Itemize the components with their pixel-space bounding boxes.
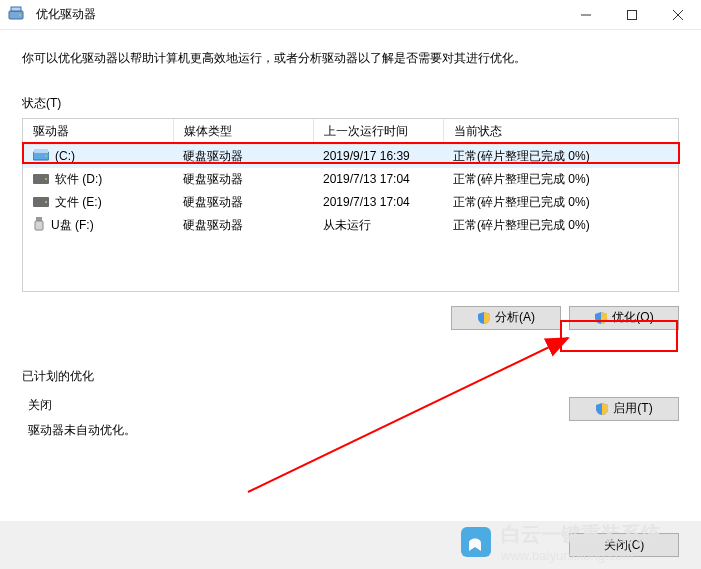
analyze-label: 分析(A) [495, 309, 535, 326]
cell-media: 硬盘驱动器 [173, 191, 313, 214]
schedule-desc: 驱动器未自动优化。 [22, 422, 136, 439]
svg-point-2 [19, 14, 21, 16]
cell-drive: (C:) [23, 144, 173, 168]
drive-icon [33, 196, 49, 210]
description-text: 你可以优化驱动器以帮助计算机更高效地运行，或者分析驱动器以了解是否需要对其进行优… [0, 30, 701, 77]
svg-rect-4 [628, 10, 637, 19]
col-lastrun[interactable]: 上一次运行时间 [313, 119, 443, 145]
col-status[interactable]: 当前状态 [443, 119, 678, 145]
shield-icon [594, 311, 608, 325]
svg-point-11 [45, 178, 47, 180]
svg-rect-8 [34, 149, 48, 153]
status-section-label: 状态(T) [0, 77, 701, 118]
table-row[interactable]: U盘 (F:)硬盘驱动器从未运行正常(碎片整理已完成 0%) [23, 214, 678, 237]
drive-list-panel: 驱动器 媒体类型 上一次运行时间 当前状态 (C:)硬盘驱动器2019/9/17… [22, 118, 679, 292]
minimize-button[interactable] [563, 0, 609, 30]
table-row[interactable]: 文件 (E:)硬盘驱动器2019/7/13 17:04正常(碎片整理已完成 0%… [23, 191, 678, 214]
cell-status: 正常(碎片整理已完成 0%) [443, 168, 678, 191]
app-icon [8, 5, 24, 24]
maximize-button[interactable] [609, 0, 655, 30]
bottom-bar: 关闭(C) [0, 521, 701, 569]
drive-table: 驱动器 媒体类型 上一次运行时间 当前状态 (C:)硬盘驱动器2019/9/17… [23, 119, 678, 237]
svg-rect-9 [45, 155, 47, 157]
enable-label: 启用(T) [613, 400, 652, 417]
drive-icon [33, 149, 49, 164]
svg-rect-15 [35, 221, 43, 230]
schedule-section: 已计划的优化 关闭 驱动器未自动优化。 启用(T) [0, 350, 701, 445]
table-row[interactable]: (C:)硬盘驱动器2019/9/17 16:39正常(碎片整理已完成 0%) [23, 144, 678, 168]
table-header-row: 驱动器 媒体类型 上一次运行时间 当前状态 [23, 119, 678, 145]
cell-lastrun: 2019/7/13 17:04 [313, 168, 443, 191]
cell-lastrun: 从未运行 [313, 214, 443, 237]
close-dialog-button[interactable]: 关闭(C) [569, 533, 679, 557]
cell-drive: U盘 (F:) [23, 214, 173, 237]
cell-lastrun: 2019/7/13 17:04 [313, 191, 443, 214]
cell-media: 硬盘驱动器 [173, 144, 313, 168]
window-title: 优化驱动器 [36, 6, 96, 23]
schedule-status: 关闭 [22, 397, 136, 414]
cell-status: 正常(碎片整理已完成 0%) [443, 214, 678, 237]
cell-media: 硬盘驱动器 [173, 214, 313, 237]
optimize-button[interactable]: 优化(O) [569, 306, 679, 330]
close-button[interactable] [655, 0, 701, 30]
cell-status: 正常(碎片整理已完成 0%) [443, 144, 678, 168]
cell-drive: 文件 (E:) [23, 191, 173, 214]
svg-rect-1 [11, 7, 21, 11]
optimize-label: 优化(O) [612, 309, 653, 326]
col-drive[interactable]: 驱动器 [23, 119, 173, 145]
title-bar-left: 优化驱动器 [8, 5, 96, 24]
shield-icon [595, 402, 609, 416]
schedule-title: 已计划的优化 [0, 350, 701, 391]
svg-rect-14 [36, 217, 42, 221]
window-controls [563, 0, 701, 30]
close-label: 关闭(C) [604, 537, 645, 554]
title-bar: 优化驱动器 [0, 0, 701, 30]
action-buttons: 分析(A) 优化(O) [0, 306, 679, 330]
cell-media: 硬盘驱动器 [173, 168, 313, 191]
analyze-button[interactable]: 分析(A) [451, 306, 561, 330]
schedule-text: 关闭 驱动器未自动优化。 [22, 397, 136, 439]
cell-drive: 软件 (D:) [23, 168, 173, 191]
svg-point-13 [45, 201, 47, 203]
enable-button[interactable]: 启用(T) [569, 397, 679, 421]
drive-icon [33, 217, 45, 234]
shield-icon [477, 311, 491, 325]
drive-icon [33, 173, 49, 187]
cell-lastrun: 2019/9/17 16:39 [313, 144, 443, 168]
cell-status: 正常(碎片整理已完成 0%) [443, 191, 678, 214]
col-media[interactable]: 媒体类型 [173, 119, 313, 145]
table-row[interactable]: 软件 (D:)硬盘驱动器2019/7/13 17:04正常(碎片整理已完成 0%… [23, 168, 678, 191]
